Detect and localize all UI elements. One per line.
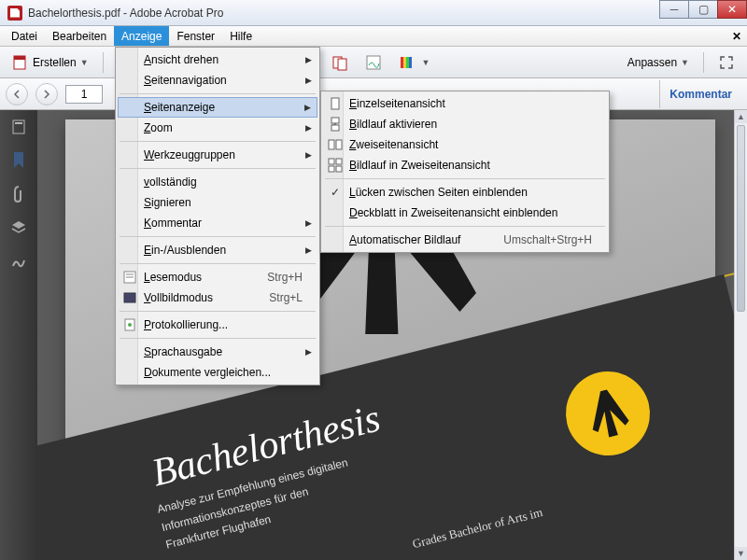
menu-item[interactable]: Bildlauf in Zweiseitenansicht: [323, 155, 607, 175]
read-icon: [122, 270, 137, 285]
menu-item-label: Zweiseitenansicht: [349, 138, 438, 151]
minimize-button[interactable]: ─: [659, 0, 689, 19]
menu-item-label: Seitenanzeige: [144, 101, 215, 114]
shortcut-label: Strg+L: [269, 291, 303, 304]
menu-item[interactable]: Werkzeuggruppen▶: [118, 145, 317, 165]
menu-anzeige[interactable]: Anzeige: [114, 26, 169, 46]
dropdown-icon: ▼: [422, 58, 430, 67]
menu-item[interactable]: ✓Bildlauf aktivieren: [323, 114, 607, 134]
svg-rect-15: [401, 57, 403, 68]
menu-item-label: Bildlauf aktivieren: [349, 118, 437, 131]
document-close-button[interactable]: ✕: [726, 26, 747, 46]
menu-item-label: Zoom: [144, 121, 173, 134]
color-button[interactable]: ▼: [392, 50, 437, 75]
svg-point-26: [128, 323, 132, 327]
menu-item[interactable]: Ansicht drehen▶: [118, 49, 317, 70]
close-button[interactable]: ✕: [717, 0, 747, 19]
svg-rect-32: [329, 159, 334, 164]
menu-item[interactable]: Sprachausgabe▶: [118, 342, 317, 362]
svg-rect-16: [403, 57, 406, 68]
separator: [659, 80, 660, 108]
menu-item-label: Kommentar: [144, 217, 202, 230]
rainbow-icon: [399, 54, 416, 71]
menu-item-label: Bildlauf in Zweiseitenansicht: [349, 159, 490, 172]
single-icon: [328, 96, 343, 111]
menu-item[interactable]: Signieren: [118, 192, 317, 213]
combine-button[interactable]: [325, 50, 355, 75]
menu-item[interactable]: Deckblatt in Zweiseitenansicht einblende…: [323, 203, 607, 223]
svg-rect-30: [329, 140, 334, 149]
svg-rect-35: [336, 166, 342, 172]
svg-rect-29: [331, 125, 339, 131]
scroll-thumb[interactable]: [737, 125, 745, 312]
attachments-icon[interactable]: [9, 185, 28, 203]
svg-rect-31: [336, 140, 342, 149]
svg-rect-33: [336, 159, 342, 164]
menu-item[interactable]: Kommentar▶: [118, 213, 317, 233]
bookmarks-icon[interactable]: [9, 151, 28, 170]
scroll-icon: [328, 117, 343, 132]
maximize-button[interactable]: ▢: [688, 0, 718, 19]
menu-item-label: Lesemodus: [144, 271, 202, 284]
menu-item[interactable]: Einzelseitenansicht: [323, 93, 607, 114]
view-menu: Ansicht drehen▶Seitennavigation▶Seitenan…: [115, 47, 320, 385]
layers-icon[interactable]: [9, 218, 28, 237]
window-controls: ─ ▢ ✕: [660, 0, 747, 19]
two-icon: [328, 137, 343, 152]
scroll-up-button[interactable]: ▲: [735, 110, 747, 123]
sign-icon: [365, 54, 382, 71]
menu-item-label: Werkzeuggruppen: [144, 148, 235, 161]
dropdown-icon: ▼: [80, 58, 89, 67]
menu-item-label: Seitennavigation: [144, 74, 227, 87]
window-title: Bachelorthesis.pdf - Adobe Acrobat Pro: [28, 7, 223, 20]
menu-hilfe[interactable]: Hilfe: [222, 26, 260, 46]
svg-rect-13: [338, 59, 346, 70]
expand-icon: [718, 54, 735, 71]
svg-rect-34: [329, 166, 334, 172]
submenu-arrow-icon: ▶: [305, 347, 312, 357]
svg-rect-17: [406, 57, 409, 68]
menu-item[interactable]: Ein-/Ausblenden▶: [118, 240, 317, 260]
menu-item[interactable]: Zweiseitenansicht: [323, 134, 607, 155]
menu-item-label: Vollbildmodus: [144, 291, 213, 304]
comment-panel-button[interactable]: Kommentar: [669, 88, 741, 101]
fullscreen-button[interactable]: [712, 50, 741, 75]
svg-rect-28: [331, 118, 339, 123]
menu-item-label: Deckblatt in Zweiseitenansicht einblende…: [349, 206, 557, 219]
sign-button[interactable]: [359, 50, 388, 75]
signatures-icon[interactable]: [9, 252, 28, 271]
menu-item[interactable]: Seitennavigation▶: [118, 70, 317, 91]
menu-item[interactable]: Protokollierung...: [118, 315, 317, 335]
menu-fenster[interactable]: Fenster: [169, 26, 222, 46]
menu-item-label: Einzelseitenansicht: [349, 97, 445, 110]
menu-item[interactable]: VollbildmodusStrg+L: [118, 287, 317, 308]
menu-item[interactable]: LesemodusStrg+H: [118, 267, 317, 287]
menu-datei[interactable]: Datei: [4, 26, 45, 46]
menu-item[interactable]: ✓Lücken zwischen Seiten einblenden: [323, 182, 607, 203]
scroll-down-button[interactable]: ▼: [735, 547, 747, 560]
submenu-arrow-icon: ▶: [305, 55, 312, 64]
vertical-scrollbar[interactable]: ▲ ▼: [734, 110, 747, 560]
full-icon: [122, 290, 137, 305]
menu-item[interactable]: Zoom▶: [118, 118, 317, 138]
menu-item[interactable]: Dokumente vergleichen...: [118, 362, 317, 383]
menu-item-label: Automatischer Bildlauf: [349, 233, 460, 246]
checkmark-icon: ✓: [331, 186, 340, 199]
menu-item[interactable]: vollständig: [118, 172, 317, 192]
menu-item-label: Protokollierung...: [144, 318, 228, 331]
title-bar: Bachelorthesis.pdf - Adobe Acrobat Pro ─…: [0, 0, 747, 26]
submenu-arrow-icon: ▶: [305, 245, 312, 255]
log-icon: [122, 317, 137, 332]
customize-button[interactable]: Anpassen ▼: [621, 52, 696, 73]
menu-item[interactable]: Automatischer BildlaufUmschalt+Strg+H: [323, 230, 607, 250]
submenu-arrow-icon: ▶: [305, 76, 312, 85]
page-display-submenu: Einzelseitenansicht✓Bildlauf aktivierenZ…: [320, 91, 610, 253]
page-number-input[interactable]: [65, 85, 103, 104]
next-page-button[interactable]: [35, 83, 58, 105]
thumbnails-icon[interactable]: [9, 118, 28, 136]
menu-bearbeiten[interactable]: Bearbeiten: [45, 26, 114, 46]
create-button[interactable]: Erstellen ▼: [6, 50, 95, 75]
prev-page-button[interactable]: [6, 83, 28, 105]
svg-rect-24: [124, 293, 135, 302]
menu-item[interactable]: Seitenanzeige▶: [118, 97, 317, 118]
